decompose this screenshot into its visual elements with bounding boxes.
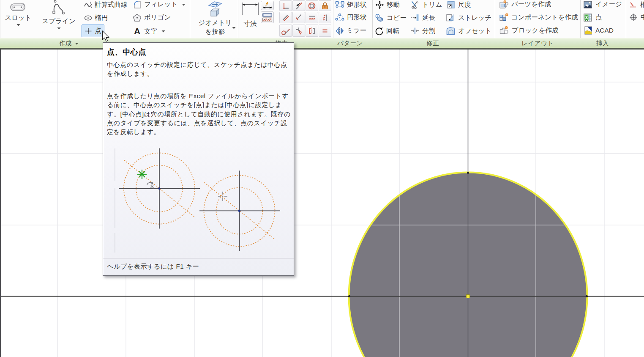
constraint-vertical-icon <box>321 14 329 22</box>
trim-button[interactable]: トリム <box>410 0 442 9</box>
insert-acad-label: ACAD <box>595 27 614 34</box>
constraint-concentric-icon <box>308 2 316 10</box>
spline-label: スプライン <box>42 17 75 26</box>
auto-dimension-button[interactable] <box>261 1 274 10</box>
inventor-sketch-window: スロット スプライン 計算式曲線 楕円 点 フィレット ポリゴン A 文字 <box>0 0 644 357</box>
polygon-button[interactable]: ポリゴン <box>133 14 171 22</box>
centerpoint-toggle-button[interactable]: 中 <box>629 13 644 22</box>
ellipse-icon <box>84 15 92 21</box>
create-block-label: ブロックを作成 <box>512 26 558 35</box>
insert-points-label: 点 <box>595 13 602 22</box>
dropdown-arrow-icon[interactable] <box>232 27 236 29</box>
make-components-icon <box>499 13 509 22</box>
fillet-label: フィレット <box>144 0 177 9</box>
mirror-button[interactable]: ミラー <box>335 27 366 35</box>
dimension-label: 寸法 <box>244 19 257 28</box>
text-icon: A <box>134 27 140 36</box>
dimension-display-button[interactable] <box>261 11 274 23</box>
project-geometry-button[interactable]: ジオメトリ を投影 <box>197 0 233 36</box>
construction-button[interactable]: 構 <box>629 1 644 8</box>
create-block-button[interactable]: ブロックを作成 <box>499 26 558 35</box>
rotate-button[interactable]: 回転 <box>375 27 399 35</box>
offset-icon <box>446 27 456 35</box>
rotate-icon <box>375 27 384 36</box>
dimension-button[interactable]: 寸法 <box>240 1 260 28</box>
constraint-vertical-button[interactable] <box>319 12 331 23</box>
constraint-parallel-icon <box>281 14 290 22</box>
dropdown-arrow-icon[interactable] <box>182 3 186 6</box>
circular-pattern-button[interactable]: 円形状 <box>335 14 367 22</box>
insert-acad-button[interactable]: ACAD <box>584 26 614 35</box>
constraint-horizontal-button[interactable] <box>306 12 318 23</box>
insert-points-button[interactable]: 点 <box>584 13 602 22</box>
panel-label-text: 修正 <box>426 39 439 47</box>
text-label: 文字 <box>144 27 157 36</box>
extend-label: 延長 <box>422 14 435 22</box>
make-components-button[interactable]: コンポーネントを作成 <box>499 13 578 22</box>
split-label: 分割 <box>422 27 435 36</box>
constraint-perpendicular-button[interactable] <box>279 0 292 11</box>
polygon-icon <box>133 14 142 22</box>
constraint-coincident-button[interactable] <box>292 0 305 11</box>
panel-label-pattern[interactable]: パターン <box>337 40 363 47</box>
centerpoint-toggle-icon <box>629 13 638 22</box>
stretch-label: ストレッチ <box>458 14 491 22</box>
panel-label-layout[interactable]: レイアウト <box>521 40 554 47</box>
slot-button[interactable]: スロット <box>3 3 34 26</box>
circle-center-point[interactable] <box>467 295 470 298</box>
move-button[interactable]: 移動 <box>375 0 400 9</box>
ribbon-bottom-edge <box>0 48 644 49</box>
constraint-parallel-button[interactable] <box>279 12 292 23</box>
constraint-concentric-button[interactable] <box>306 0 318 11</box>
constraint-tangent-icon <box>281 27 290 35</box>
split-button[interactable]: 分割 <box>410 27 435 35</box>
panel-label-insert[interactable]: 挿入 <box>596 40 609 47</box>
stretch-button[interactable]: ストレッチ <box>446 14 491 22</box>
constraint-equal-icon <box>321 27 329 35</box>
constraint-symmetric-button[interactable] <box>306 25 318 37</box>
constraint-fix-button[interactable] <box>319 0 331 11</box>
constraint-equal-button[interactable] <box>319 25 331 37</box>
rectangular-pattern-icon <box>335 1 345 8</box>
constraint-tangent-button[interactable] <box>279 25 292 37</box>
constraint-horizontal-icon <box>308 14 316 22</box>
make-part-label: パーツを作成 <box>511 0 551 9</box>
spline-button[interactable]: スプライン <box>41 0 76 30</box>
mirror-label: ミラー <box>347 26 366 35</box>
polygon-label: ポリゴン <box>144 13 171 22</box>
offset-label: オフセット <box>458 27 491 36</box>
constraint-smooth-button[interactable] <box>292 25 305 37</box>
panel-label-text: パターン <box>337 39 363 47</box>
ellipse-button[interactable]: 楕円 <box>84 14 108 22</box>
equation-curve-button[interactable]: 計算式曲線 <box>84 1 128 8</box>
constraint-collinear-button[interactable] <box>292 12 305 23</box>
constraint-smooth-icon <box>295 27 303 35</box>
offset-button[interactable]: オフセット <box>446 27 491 35</box>
dropdown-arrow-icon[interactable] <box>16 24 20 26</box>
dropdown-arrow-icon[interactable] <box>161 30 165 33</box>
make-part-button[interactable]: パーツを作成 <box>499 0 551 8</box>
panel-label-modify[interactable]: 修正 <box>426 40 439 47</box>
copy-button[interactable]: コピー <box>375 14 407 22</box>
auto-dimension-icon <box>262 2 273 10</box>
extend-button[interactable]: 延長 <box>410 14 435 22</box>
insert-image-button[interactable]: イメージ <box>584 0 622 8</box>
rectangular-pattern-button[interactable]: 矩形状 <box>335 1 367 8</box>
left-figure <box>119 148 200 229</box>
panel-label-text: 作成 <box>59 39 72 47</box>
dropdown-arrow-icon[interactable] <box>57 27 61 30</box>
point-button[interactable]: 点 <box>82 25 104 37</box>
panel-label-create[interactable]: 作成 <box>59 40 79 47</box>
panel-expand-icon[interactable] <box>75 42 79 45</box>
constraint-perpendicular-icon <box>281 2 290 10</box>
equation-curve-label: 計算式曲線 <box>95 0 128 9</box>
fillet-button[interactable]: フィレット <box>133 0 186 8</box>
center-point-marker <box>218 192 227 201</box>
construction-label-partial: 構 <box>640 0 644 9</box>
tooltip-title: 点、中心点 <box>107 47 146 57</box>
sketch-canvas[interactable] <box>0 49 644 357</box>
tooltip-footer: ヘルプを表示するには F1 キー <box>107 263 199 271</box>
copy-icon <box>375 14 384 22</box>
text-button[interactable]: A 文字 <box>134 27 165 36</box>
scale-button[interactable]: 尺度 <box>446 0 471 9</box>
